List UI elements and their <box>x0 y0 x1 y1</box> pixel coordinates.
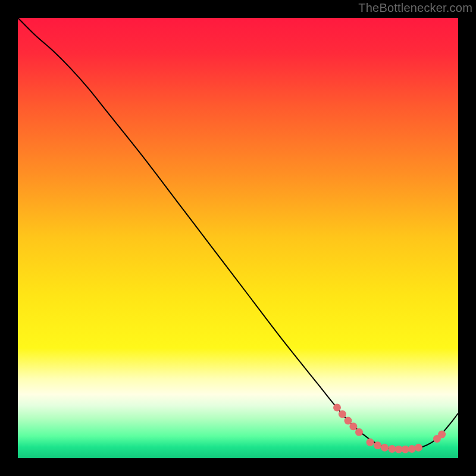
marker-dot <box>339 411 346 418</box>
marker-dot <box>395 446 403 453</box>
marker-dot <box>415 444 422 452</box>
marker-dot <box>402 446 409 453</box>
marker-dot <box>349 422 357 430</box>
marker-dot <box>374 441 381 449</box>
marker-dot <box>389 445 396 453</box>
marker-dot <box>367 439 374 446</box>
watermark-text: TheBottlenecker.com <box>358 1 472 15</box>
marker-dot <box>438 431 446 439</box>
marker-dot <box>408 445 416 453</box>
marker-dot <box>381 444 389 452</box>
marker-dot <box>355 428 363 436</box>
marker-dot <box>345 417 352 425</box>
chart-plot <box>18 18 458 458</box>
marker-dot <box>333 403 341 411</box>
chart-svg <box>18 18 458 458</box>
